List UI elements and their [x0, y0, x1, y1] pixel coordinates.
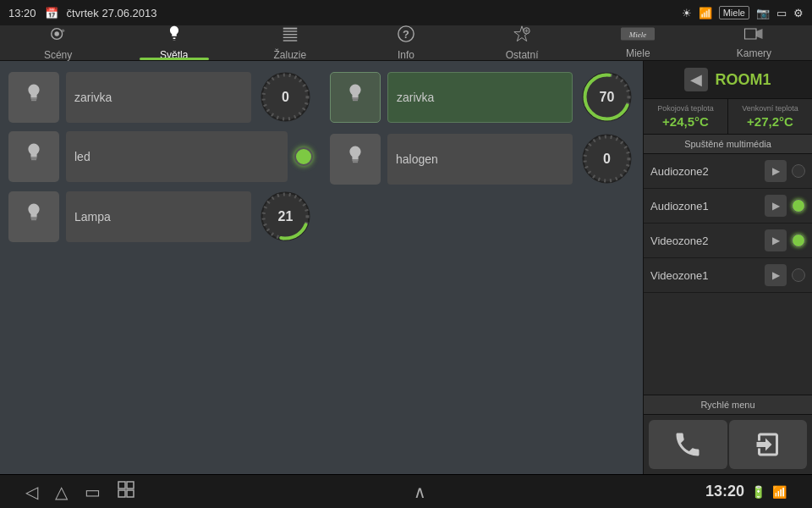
tab-lights-label: Světla — [160, 49, 188, 61]
tab-info-label: Info — [398, 49, 414, 61]
tab-cameras-label: Kamery — [737, 47, 771, 59]
audiozone2-status-dot — [792, 164, 805, 178]
signal-icon: 📶 — [699, 7, 712, 19]
svg-rect-3 — [283, 28, 298, 30]
scene-icon — [49, 25, 68, 47]
device-row-zarivka1: zarivka 0 — [8, 69, 313, 124]
status-date: čtvrtek 27.06.2013 — [67, 7, 157, 19]
right-device-column: zarivka 70 halogen — [330, 69, 634, 466]
halogen-value: 0 — [603, 152, 611, 167]
svg-rect-31 — [353, 161, 358, 163]
zarivka1-dial[interactable]: 0 — [258, 69, 313, 124]
svg-rect-30 — [352, 159, 358, 161]
lampa-dial[interactable]: 21 — [258, 189, 313, 244]
outdoor-temp-block: Venkovní teplota +27,2°C — [727, 99, 812, 134]
multimedia-header: Spuštěné multimédia — [644, 135, 812, 154]
quick-menu-header: Rychlé menu — [644, 395, 812, 415]
svg-rect-26 — [353, 99, 358, 101]
grid-button[interactable] — [118, 481, 134, 502]
star-icon: + — [513, 25, 531, 47]
audiozone2-play-button[interactable]: ▶ — [765, 160, 787, 182]
calendar-icon: 📅 — [45, 7, 58, 19]
tab-cameras[interactable]: Kamery — [696, 25, 812, 60]
tab-other[interactable]: + Ostatní — [464, 25, 580, 60]
left-device-column: zarivka 0 led — [8, 69, 313, 466]
svg-point-2 — [61, 30, 64, 33]
zarivka2-label[interactable]: zarivka — [387, 72, 573, 123]
zarivka2-icon[interactable] — [330, 72, 381, 123]
lampa-label[interactable]: Lampa — [66, 191, 251, 242]
zone-item-audiozone1: Audiozone1 ▶ — [644, 189, 812, 224]
quick-menu-buttons — [644, 415, 812, 474]
status-left: 13:20 📅 čtvrtek 27.06.2013 — [8, 7, 157, 19]
camera-status-icon: 📷 — [756, 7, 770, 19]
videozone1-status-dot — [792, 268, 805, 282]
zarivka1-label[interactable]: zarivka — [66, 72, 251, 123]
svg-text:+: + — [524, 27, 528, 35]
home-button[interactable]: △ — [55, 481, 68, 502]
tab-lights[interactable]: Světla — [116, 25, 232, 60]
device-row-zarivka2: zarivka 70 — [330, 69, 634, 124]
tab-scene[interactable]: Scény — [0, 25, 116, 60]
outdoor-temp-value: +27,2°C — [733, 114, 807, 129]
videozone1-play-button[interactable]: ▶ — [765, 264, 787, 286]
audiozone1-name: Audiozone1 — [650, 200, 760, 213]
indoor-temp-label: Pokojová teplota — [649, 104, 722, 113]
tab-other-label: Ostatní — [506, 49, 539, 61]
room-back-button[interactable]: ◀ — [684, 68, 708, 91]
tab-miele[interactable]: Miele Miele — [580, 25, 696, 60]
svg-rect-15 — [31, 99, 36, 101]
tab-info[interactable]: ? Info — [348, 25, 464, 60]
device-row-led: led — [8, 131, 313, 182]
zarivka2-dial[interactable]: 70 — [579, 69, 634, 124]
wifi-bottom-icon: 📶 — [772, 485, 787, 499]
zone-item-videozone2: Videozone2 ▶ — [644, 224, 812, 258]
svg-rect-36 — [118, 490, 125, 497]
indoor-temp-value: +24,5°C — [649, 114, 722, 129]
recent-button[interactable]: ▭ — [85, 481, 101, 502]
sun-icon: ☀ — [682, 7, 692, 19]
svg-rect-4 — [283, 30, 298, 31]
halogen-label[interactable]: halogen — [387, 134, 573, 185]
temp-row: Pokojová teplota +24,5°C Venkovní teplot… — [644, 99, 812, 135]
bottom-time: 13:20 — [705, 483, 744, 500]
videozone2-play-button[interactable]: ▶ — [765, 229, 787, 251]
tab-blinds[interactable]: Žaluzie — [232, 25, 348, 60]
svg-point-1 — [54, 31, 58, 36]
miele-icon: Miele — [621, 26, 655, 46]
lampa-icon[interactable] — [8, 191, 59, 242]
led-status-dot[interactable] — [294, 147, 313, 166]
svg-text:?: ? — [403, 28, 409, 41]
zone-list: Audiozone2 ▶ Audiozone1 ▶ Videozone2 ▶ V… — [644, 154, 812, 395]
videozone1-name: Videozone1 — [650, 269, 760, 282]
led-icon[interactable] — [8, 131, 59, 182]
lampa-value: 21 — [278, 209, 294, 224]
audiozone1-play-button[interactable]: ▶ — [765, 195, 787, 217]
zarivka1-value: 0 — [282, 90, 289, 105]
up-button[interactable]: ∧ — [414, 482, 426, 502]
svg-rect-18 — [30, 157, 36, 158]
miele-status-icon: Miele — [719, 6, 749, 19]
screen-icon: ▭ — [776, 7, 787, 19]
halogen-icon[interactable] — [330, 134, 381, 185]
indoor-temp-block: Pokojová teplota +24,5°C — [644, 99, 727, 134]
quick-menu-header-text: Rychlé menu — [700, 400, 754, 410]
device-row-halogen: halogen 0 — [330, 131, 634, 186]
exit-button[interactable] — [729, 420, 808, 469]
status-bar: 13:20 📅 čtvrtek 27.06.2013 ☀ 📶 Miele 📷 ▭… — [0, 0, 812, 25]
svg-rect-34 — [118, 482, 125, 489]
back-button[interactable]: ◁ — [25, 481, 38, 502]
led-label[interactable]: led — [66, 131, 288, 182]
svg-rect-25 — [352, 97, 358, 99]
blinds-icon — [281, 25, 299, 47]
audiozone1-status-dot — [792, 199, 805, 213]
halogen-dial[interactable]: 0 — [579, 131, 634, 186]
tab-miele-label: Miele — [626, 47, 650, 59]
status-right: ☀ 📶 Miele 📷 ▭ ⚙ — [682, 6, 804, 19]
zarivka1-icon[interactable] — [8, 72, 59, 123]
phone-button[interactable] — [649, 420, 727, 469]
room-name: ROOM1 — [715, 71, 771, 89]
svg-rect-6 — [283, 37, 298, 38]
svg-rect-21 — [31, 218, 36, 220]
svg-text:Miele: Miele — [628, 30, 647, 39]
